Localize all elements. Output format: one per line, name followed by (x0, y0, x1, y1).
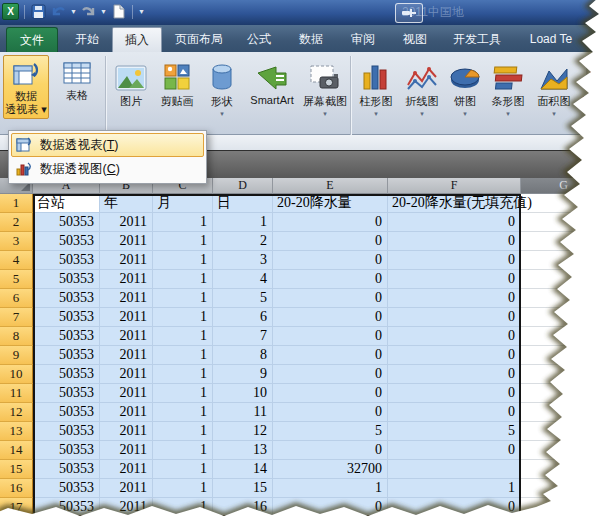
cell[interactable]: 1 (153, 365, 213, 384)
cell[interactable]: 0 (388, 365, 521, 384)
cell[interactable]: 1 (153, 232, 213, 251)
row-header[interactable]: 2 (0, 213, 33, 232)
column-chart-button[interactable]: 柱形图 ▾ (354, 55, 398, 117)
cell[interactable]: 2011 (100, 289, 153, 308)
line-chart-button[interactable]: 折线图 ▾ (400, 55, 444, 117)
area-chart-button[interactable]: 面积图 ▾ (532, 55, 576, 117)
cell[interactable] (521, 346, 607, 365)
cell[interactable]: 0 (388, 232, 521, 251)
cell[interactable]: 50353 (33, 327, 100, 346)
cell[interactable] (521, 384, 607, 403)
tab-formulas[interactable]: 公式 (236, 27, 282, 52)
row-header[interactable]: 9 (0, 346, 33, 365)
cell[interactable]: 11 (213, 403, 273, 422)
tab-data[interactable]: 数据 (288, 27, 334, 52)
pie-chart-button[interactable]: 饼图 ▾ (446, 55, 484, 117)
cell[interactable] (521, 213, 607, 232)
cell[interactable]: 0 (388, 384, 521, 403)
cell[interactable]: 0 (273, 365, 388, 384)
cell[interactable]: 0 (273, 498, 388, 517)
table-button[interactable]: 表格 (54, 55, 100, 119)
tab-page-layout[interactable]: 页面布局 (168, 27, 230, 52)
cell[interactable]: 2011 (100, 479, 153, 498)
row-header[interactable]: 12 (0, 403, 33, 422)
cell[interactable]: 50353 (33, 346, 100, 365)
cell[interactable]: 2011 (100, 213, 153, 232)
cell[interactable]: 2011 (100, 232, 153, 251)
cell[interactable]: 0 (273, 289, 388, 308)
cell[interactable]: 50353 (33, 441, 100, 460)
cell[interactable]: 2011 (100, 346, 153, 365)
row-header[interactable]: 14 (0, 441, 33, 460)
cell[interactable]: 4 (213, 270, 273, 289)
excel-logo-icon[interactable]: X (2, 3, 19, 20)
cell[interactable]: 1 (153, 251, 213, 270)
cell[interactable]: 50353 (33, 308, 100, 327)
cell[interactable]: 0 (388, 346, 521, 365)
cell[interactable]: 0 (273, 384, 388, 403)
cell[interactable]: 5 (213, 289, 273, 308)
cell[interactable]: 1 (153, 213, 213, 232)
cell[interactable] (521, 441, 607, 460)
cell[interactable]: 月 (153, 194, 213, 213)
cell[interactable]: 1 (153, 479, 213, 498)
cell[interactable]: 1 (153, 346, 213, 365)
undo-dropdown-arrow[interactable]: ▼ (70, 8, 77, 15)
row-header[interactable]: 17 (0, 498, 33, 517)
cell[interactable]: 2011 (100, 460, 153, 479)
bar-chart-button[interactable]: 条形图 ▾ (486, 55, 530, 117)
cell[interactable]: 5 (273, 422, 388, 441)
cell[interactable]: 50353 (33, 232, 100, 251)
row-header[interactable]: 6 (0, 289, 33, 308)
tab-view[interactable]: 视图 (392, 27, 438, 52)
cell[interactable] (521, 460, 607, 479)
cell[interactable]: 1 (153, 422, 213, 441)
row-header[interactable]: 13 (0, 422, 33, 441)
cell[interactable]: 0 (388, 441, 521, 460)
cell[interactable]: 5 (388, 422, 521, 441)
cell[interactable] (521, 289, 607, 308)
save-button[interactable] (30, 4, 47, 20)
cell[interactable]: 50353 (33, 384, 100, 403)
cell[interactable] (521, 479, 607, 498)
cell[interactable]: 1 (273, 479, 388, 498)
cell[interactable]: 0 (388, 270, 521, 289)
cell[interactable]: 32700 (273, 460, 388, 479)
tab-file[interactable]: 文件 (6, 27, 58, 52)
cell[interactable]: 0 (273, 251, 388, 270)
cell[interactable]: 0 (388, 403, 521, 422)
cell[interactable]: 12 (213, 422, 273, 441)
cell[interactable] (388, 460, 521, 479)
cell[interactable]: 10 (213, 384, 273, 403)
row-header[interactable]: 11 (0, 384, 33, 403)
row-header[interactable]: 16 (0, 479, 33, 498)
cell[interactable]: 50353 (33, 270, 100, 289)
cell[interactable]: 1 (153, 270, 213, 289)
cell[interactable]: 50353 (33, 251, 100, 270)
undo-button[interactable] (50, 4, 67, 20)
pivottable-button[interactable]: 数据 透视表 ▾ (3, 55, 49, 119)
cell[interactable] (521, 422, 607, 441)
menu-item-pivotchart[interactable]: 数据透视图(C) (11, 157, 204, 181)
tab-insert[interactable]: 插入 (112, 27, 162, 52)
row-header[interactable]: 10 (0, 365, 33, 384)
shapes-button[interactable]: 形状 ▾ (202, 55, 242, 117)
cell[interactable] (521, 365, 607, 384)
cell[interactable]: 0 (273, 308, 388, 327)
column-header[interactable]: G (521, 178, 607, 194)
cell[interactable]: 50353 (33, 365, 100, 384)
row-header[interactable]: 15 (0, 460, 33, 479)
cell[interactable]: 50353 (33, 460, 100, 479)
cell[interactable] (521, 270, 607, 289)
cell[interactable] (521, 194, 607, 213)
redo-button[interactable] (80, 4, 97, 20)
cell[interactable]: 2011 (100, 384, 153, 403)
new-document-button[interactable] (110, 4, 127, 20)
row-header[interactable]: 4 (0, 251, 33, 270)
cell[interactable]: 1 (153, 308, 213, 327)
cell[interactable]: 日 (213, 194, 273, 213)
row-header[interactable]: 7 (0, 308, 33, 327)
cell[interactable]: 50353 (33, 213, 100, 232)
cell[interactable]: 2011 (100, 422, 153, 441)
cell[interactable]: 20-20降水量 (273, 194, 388, 213)
